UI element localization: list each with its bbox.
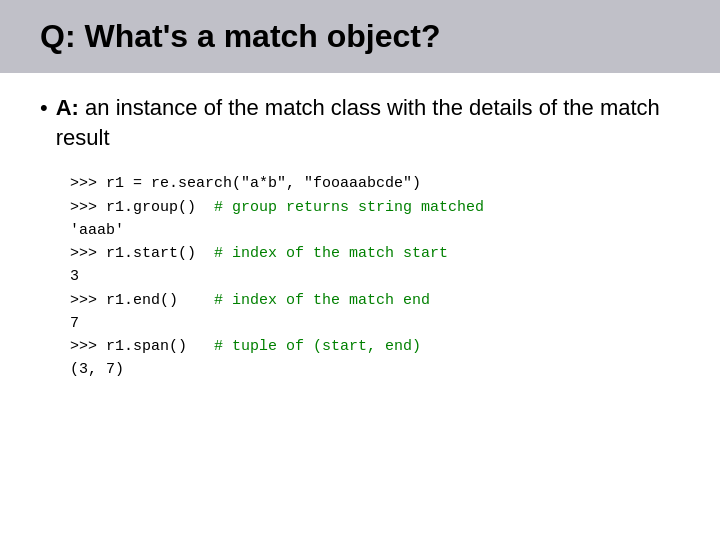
code-text-4: r1.start() xyxy=(106,245,196,262)
comment-4: # index of the match start xyxy=(196,245,448,262)
bullet-label: A: xyxy=(56,95,79,120)
code-line-3: 'aaab' xyxy=(70,219,680,242)
bullet-body: an instance of the match class with the … xyxy=(56,95,660,150)
prompt-1: >>> xyxy=(70,175,106,192)
code-text-5: 3 xyxy=(70,268,79,285)
code-line-7: 7 xyxy=(70,312,680,335)
code-text-8: r1.span() xyxy=(106,338,187,355)
prompt-6: >>> xyxy=(70,292,106,309)
code-text-7: 7 xyxy=(70,315,79,332)
code-text-9: (3, 7) xyxy=(70,361,124,378)
code-line-5: 3 xyxy=(70,265,680,288)
comment-2: # group returns string matched xyxy=(196,199,484,216)
code-line-9: (3, 7) xyxy=(70,358,680,381)
bullet-item: • A: an instance of the match class with… xyxy=(40,93,680,152)
slide: Q: What's a match object? • A: an instan… xyxy=(0,0,720,540)
code-text-1: r1 = re.search("a*b", "fooaaabcde") xyxy=(106,175,421,192)
code-text-6: r1.end() xyxy=(106,292,178,309)
code-line-8: >>> r1.span() # tuple of (start, end) xyxy=(70,335,680,358)
slide-title: Q: What's a match object? xyxy=(40,18,441,54)
code-text-2: r1.group() xyxy=(106,199,196,216)
code-block: >>> r1 = re.search("a*b", "fooaaabcde") … xyxy=(70,172,680,381)
prompt-4: >>> xyxy=(70,245,106,262)
code-line-6: >>> r1.end() # index of the match end xyxy=(70,289,680,312)
prompt-2: >>> xyxy=(70,199,106,216)
comment-8: # tuple of (start, end) xyxy=(187,338,421,355)
code-line-4: >>> r1.start() # index of the match star… xyxy=(70,242,680,265)
bullet-text: A: an instance of the match class with t… xyxy=(56,93,680,152)
title-bar: Q: What's a match object? xyxy=(0,0,720,73)
slide-content: • A: an instance of the match class with… xyxy=(0,83,720,540)
bullet-dot: • xyxy=(40,95,48,121)
comment-6: # index of the match end xyxy=(178,292,430,309)
code-text-3: 'aaab' xyxy=(70,222,124,239)
code-line-1: >>> r1 = re.search("a*b", "fooaaabcde") xyxy=(70,172,680,195)
prompt-8: >>> xyxy=(70,338,106,355)
code-line-2: >>> r1.group() # group returns string ma… xyxy=(70,196,680,219)
